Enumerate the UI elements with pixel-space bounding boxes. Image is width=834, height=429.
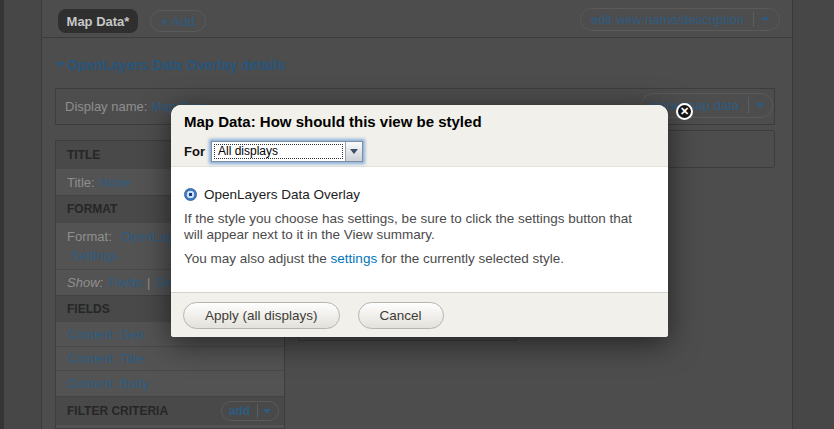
- add-filter-label: add: [229, 404, 250, 418]
- style-dialog-footer: Apply (all displays) Cancel: [171, 292, 668, 337]
- add-display-label: Add: [172, 14, 195, 29]
- field-content-title-link[interactable]: Content: Title: [67, 351, 144, 366]
- close-icon[interactable]: ✕: [676, 103, 693, 120]
- field-row: Content: Title: [56, 346, 284, 370]
- title-none-link[interactable]: None: [100, 175, 131, 190]
- section-header-label: FILTER CRITERIA: [67, 404, 168, 418]
- display-name-label: Display name:: [65, 99, 147, 114]
- radio-selected-icon[interactable]: [184, 188, 197, 201]
- cancel-button[interactable]: Cancel: [358, 302, 444, 329]
- apply-button[interactable]: Apply (all displays): [183, 302, 340, 329]
- show-separator: |: [147, 275, 150, 290]
- field-content-body-link[interactable]: Content: Body: [67, 376, 149, 391]
- edit-view-name-label: edit view name/description: [591, 12, 744, 27]
- section-header-filter-criteria: FILTER CRITERIA add: [56, 396, 284, 424]
- style-dialog: Map Data: How should this view be styled…: [171, 105, 668, 337]
- add-display-button[interactable]: + Add: [150, 10, 206, 32]
- button-separator: [753, 12, 754, 27]
- show-row-label: Show:: [67, 275, 103, 290]
- format-row-label: Format:: [67, 229, 112, 244]
- collapse-arrow-icon: [56, 62, 64, 68]
- overlay-details-label: OpenLayers Data Overlay details: [67, 57, 286, 73]
- for-label: For: [184, 144, 205, 159]
- chevron-down-icon: [761, 17, 769, 22]
- title-row-label: Title:: [67, 175, 95, 190]
- adjust-text-prefix: You may also adjust the: [184, 251, 331, 266]
- edit-view-name-button[interactable]: edit view name/description: [580, 8, 780, 31]
- adjust-text-suffix: for the currently selected style.: [377, 251, 564, 266]
- overlay-details-link[interactable]: OpenLayers Data Overlay details: [56, 57, 286, 73]
- field-content-geo-link[interactable]: Content: Geo: [67, 327, 144, 342]
- style-dialog-header: Map Data: How should this view be styled…: [171, 105, 668, 167]
- settings-link[interactable]: settings: [331, 251, 378, 266]
- style-radio-row[interactable]: OpenLayers Data Overlay: [184, 187, 360, 202]
- field-row: Content: Body: [56, 370, 284, 396]
- display-select[interactable]: All displays: [211, 141, 363, 162]
- dialog-title: Map Data: How should this view be styled: [184, 113, 482, 130]
- window-edge: [0, 0, 4, 429]
- select-arrow-button[interactable]: [345, 142, 362, 161]
- style-help-text: If the style you choose has settings, be…: [184, 211, 650, 243]
- chevron-down-icon: [263, 409, 271, 414]
- button-separator: [257, 404, 258, 418]
- section-header-label: FIELDS: [67, 302, 110, 316]
- show-fields-link[interactable]: Fields: [108, 275, 143, 290]
- plus-icon: +: [161, 14, 169, 29]
- tab-map-data[interactable]: Map Data*: [58, 9, 138, 33]
- chevron-down-icon: [350, 149, 358, 154]
- section-header-label: FORMAT: [67, 202, 117, 216]
- style-radio-label: OpenLayers Data Overlay: [204, 187, 360, 202]
- add-filter-button[interactable]: add: [221, 401, 279, 421]
- adjust-settings-text: You may also adjust the settings for the…: [184, 251, 650, 267]
- section-header-label: TITLE: [67, 148, 100, 162]
- display-select-value: All displays: [214, 144, 343, 159]
- format-settings-link[interactable]: Settings: [71, 248, 118, 263]
- chevron-down-icon: [756, 103, 764, 108]
- sidebar-row-stub: [56, 424, 284, 428]
- button-separator: [748, 97, 749, 114]
- views-edit-page: Map Data* + Add edit view name/descripti…: [0, 0, 834, 429]
